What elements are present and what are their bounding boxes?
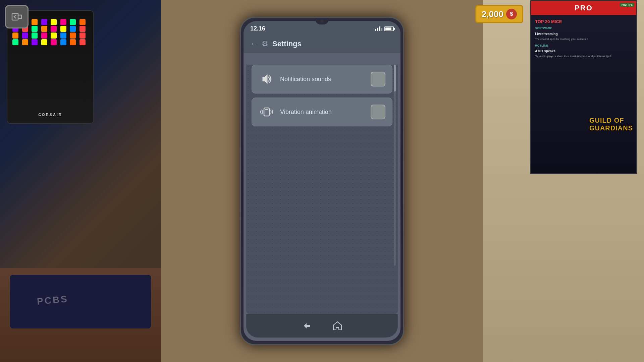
settings-gear-icon: ⚙ xyxy=(262,40,268,48)
setting-left-2: Vibration animation xyxy=(259,104,332,120)
svg-rect-2 xyxy=(265,109,268,110)
scrollbar-thumb[interactable] xyxy=(394,65,396,92)
rgb-dot xyxy=(22,39,28,45)
magazine-body: SOFTWARE Livestreaming The coolest apps … xyxy=(535,26,632,58)
rgb-dot xyxy=(60,19,66,25)
phone-screen: 12.16 ← ⚙ Settings xyxy=(244,21,400,341)
notification-sounds-item: Notification sounds xyxy=(252,65,392,94)
notification-sounds-label: Notification sounds xyxy=(280,76,331,83)
vibration-animation-toggle[interactable] xyxy=(371,105,385,119)
app-back-button[interactable]: ← xyxy=(250,40,258,48)
battery-icon xyxy=(384,26,394,31)
desk: PCBS xyxy=(0,268,161,362)
sound-icon xyxy=(259,71,275,87)
rgb-dot xyxy=(79,26,86,32)
back-arrow-icon xyxy=(11,11,23,23)
scrollbar[interactable] xyxy=(394,65,396,266)
currency-icon: $ xyxy=(506,9,517,19)
rgb-dot xyxy=(70,33,76,39)
rgb-dot xyxy=(51,26,57,32)
rgb-dot xyxy=(51,33,57,39)
rgb-dot xyxy=(12,39,18,45)
notification-sounds-toggle[interactable] xyxy=(371,72,385,86)
rgb-dot xyxy=(41,33,47,39)
rgb-dot xyxy=(60,33,66,39)
pcbs-label: PCBS xyxy=(37,294,69,307)
rgb-dot xyxy=(12,33,18,39)
vibration-icon xyxy=(259,104,275,120)
rgb-dot xyxy=(32,26,38,32)
app-header: ← ⚙ Settings xyxy=(244,35,400,53)
currency-amount: 2,000 xyxy=(482,9,503,19)
rgb-dot xyxy=(60,39,66,45)
settings-title: Settings xyxy=(272,40,302,48)
rgb-dot xyxy=(70,19,76,25)
rgb-dot xyxy=(32,39,38,45)
vibration-animation-item: Vibration animation xyxy=(252,98,392,126)
rgb-dot xyxy=(79,39,86,45)
rgb-dot xyxy=(79,33,86,39)
magazine-subtitle: TOP 20 MICE xyxy=(535,19,632,24)
vibration-animation-label: Vibration animation xyxy=(280,109,332,116)
rgb-dot xyxy=(51,39,57,45)
rgb-dot xyxy=(79,19,86,25)
rgb-dot xyxy=(32,19,38,25)
front-camera xyxy=(320,19,324,23)
phone-outer: 12.16 ← ⚙ Settings xyxy=(240,17,404,345)
rgb-dot xyxy=(41,26,47,32)
magazine: PRO TOP 20 MICE SOFTWARE Livestreaming T… xyxy=(530,0,637,174)
settings-list: Notification sounds xyxy=(252,65,392,126)
rgb-dot xyxy=(70,26,76,32)
svg-rect-0 xyxy=(12,13,18,20)
rgb-dot xyxy=(70,39,76,45)
status-icons xyxy=(375,26,394,31)
nav-back-button[interactable] xyxy=(301,320,312,331)
pro-tips-badge: PRO-TIPS xyxy=(620,3,634,7)
signal-icon xyxy=(375,26,382,31)
corsair-logo: CORSAIR xyxy=(38,113,62,117)
rgb-dot xyxy=(41,19,47,25)
camera-notch xyxy=(315,18,329,24)
setting-left: Notification sounds xyxy=(259,71,331,87)
desk-mat: PCBS xyxy=(10,275,151,328)
phone: 12.16 ← ⚙ Settings xyxy=(240,17,404,345)
game-back-button[interactable] xyxy=(5,5,29,28)
guild-guardians: GUILD OFGUARDIANS xyxy=(589,117,633,132)
rgb-dot xyxy=(60,26,66,32)
rgb-dot xyxy=(32,33,38,39)
nav-home-button[interactable] xyxy=(332,320,343,331)
rgb-dot xyxy=(51,19,57,25)
status-time: 12.16 xyxy=(250,25,265,32)
bottom-nav xyxy=(246,314,398,338)
currency-display: 2,000 $ xyxy=(475,5,523,23)
rgb-dot xyxy=(41,39,47,45)
rgb-dot xyxy=(22,33,28,39)
